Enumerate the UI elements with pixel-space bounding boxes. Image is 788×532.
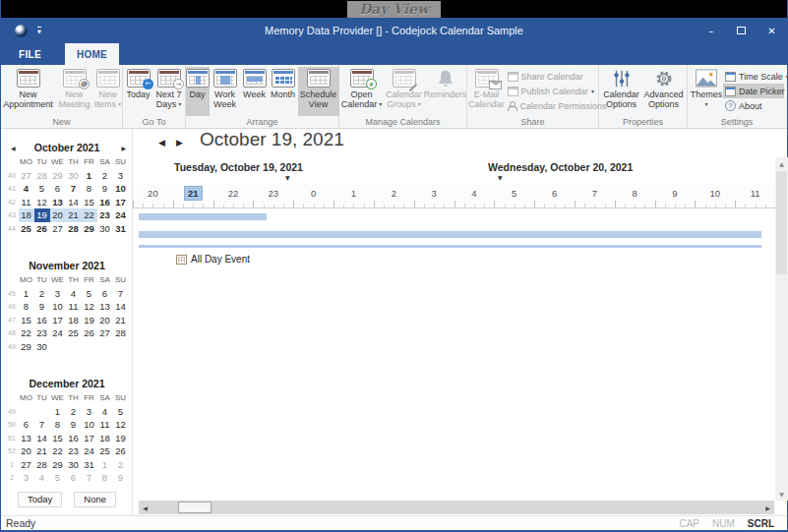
day-cell[interactable]: 28 [34,169,50,183]
day-cell[interactable]: 16 [34,314,50,327]
day-cell[interactable]: 29 [50,169,66,183]
day-cell[interactable]: 16 [66,432,82,445]
day-cell[interactable]: 8 [50,418,66,432]
day-cell[interactable]: 13 [97,300,113,314]
reminders-button[interactable]: Reminders [425,67,466,116]
day-cell[interactable]: 18 [97,432,113,445]
day-cell[interactable]: 13 [19,432,34,445]
day-cell[interactable]: 30 [34,340,50,354]
scroll-down-icon[interactable]: ▼ [775,488,788,501]
day-cell[interactable]: 27 [50,222,66,236]
today-button[interactable]: ← Today [124,67,153,116]
hour-cell[interactable]: 11 [735,183,775,207]
next-7-days-button[interactable]: → Next 7 Days▾ [153,67,185,116]
day-cell[interactable]: 4 [66,287,82,301]
hour-cell[interactable]: 0 [293,183,333,207]
hour-cell[interactable]: 4 [455,183,495,207]
hour-cell[interactable]: 2 [374,183,414,207]
day-cell[interactable]: 2 [66,405,82,419]
day-cell[interactable]: 18 [19,208,34,222]
day-cell[interactable]: 8 [97,471,113,485]
prev-month-icon[interactable]: ◀ [11,145,16,152]
day-cell[interactable]: 18 [66,314,82,327]
day-cell[interactable]: 6 [19,418,34,432]
day-cell[interactable]: 8 [82,182,97,196]
day-cell[interactable]: 11 [19,196,34,209]
scroll-up-icon[interactable]: ▲ [775,157,788,170]
day-cell[interactable]: 1 [82,169,97,183]
day-cell[interactable]: 3 [50,287,66,301]
share-calendar-button[interactable]: Share Calendar [506,69,598,84]
day-cell[interactable]: 30 [66,458,82,472]
maximize-button[interactable] [726,18,757,43]
day-cell[interactable]: 9 [97,182,113,196]
day-cell[interactable]: 27 [19,169,34,183]
day-cell[interactable]: 6 [97,287,113,301]
date-picker-button[interactable]: Date Picker [723,84,784,98]
scroll-left-icon[interactable]: ◀ [139,501,152,514]
advanced-options-button[interactable]: Advanced Options [642,67,686,116]
day-cell[interactable]: 4 [97,405,113,419]
open-calendar-button[interactable]: + Open Calendar▾ [340,67,384,116]
hour-cell[interactable]: 1 [333,183,374,207]
vertical-scrollbar[interactable]: ▲ ▼ [775,157,788,501]
hour-cell[interactable]: 8 [615,183,655,207]
day-cell[interactable]: 1 [97,458,113,472]
day-cell[interactable]: 12 [113,418,129,432]
day-cell[interactable]: 20 [19,444,34,458]
horizontal-scrollbar[interactable]: ◀ ▶ [139,501,774,514]
calendar-permissions-button[interactable]: Calendar Permissions [506,98,598,113]
schedule-bar-full[interactable] [139,231,761,238]
day-cell[interactable]: 26 [82,326,97,340]
day-cell[interactable]: 2 [34,287,50,301]
hour-cell[interactable]: 6 [534,183,575,207]
day-cell[interactable]: 5 [113,405,129,419]
next-day-icon[interactable]: ▶ [176,138,183,148]
scroll-right-icon[interactable]: ▶ [761,501,774,514]
none-button[interactable]: None [74,492,116,507]
day-cell[interactable]: 11 [97,418,113,432]
day-cell[interactable]: 24 [50,326,66,340]
day-cell[interactable]: 7 [34,418,50,432]
work-week-view-button[interactable]: Work Week [210,67,241,116]
day-cell[interactable]: 25 [97,444,113,458]
day-cell[interactable]: 9 [66,418,82,432]
day-cell[interactable]: 30 [66,169,82,183]
hour-cell[interactable]: 21 [173,183,213,207]
day-cell[interactable]: 6 [50,182,66,196]
hour-cell[interactable]: 23 [253,183,293,207]
day-cell[interactable]: 4 [34,471,50,485]
day-cell[interactable]: 1 [50,405,66,419]
all-day-event-row[interactable]: All Day Event [133,251,775,267]
day-cell[interactable]: 21 [113,314,129,327]
themes-button[interactable]: Themes ▾ [690,67,723,116]
vertical-scroll-thumb[interactable] [776,171,787,274]
schedule-view-button[interactable]: Schedule View [298,67,339,116]
day-cell[interactable]: 15 [50,432,66,445]
day-view-button[interactable]: Day [186,67,210,116]
new-items-button[interactable]: New Items▾ [93,67,123,116]
day-cell[interactable]: 10 [82,418,97,432]
day-cell[interactable]: 17 [113,196,129,209]
publish-calendar-button[interactable]: Publish Calendar ▾ [506,84,598,98]
day-cell[interactable]: 24 [113,208,129,222]
day-cell[interactable]: 17 [50,314,66,327]
day-cell[interactable]: 3 [113,169,129,183]
day-cell[interactable]: 10 [50,300,66,314]
day-cell[interactable]: 12 [82,300,97,314]
day-dropdown-icon[interactable]: ▼ [498,174,503,181]
hour-cell[interactable]: 7 [575,183,615,207]
day-cell[interactable]: 5 [50,471,66,485]
day-cell[interactable]: 22 [19,326,34,340]
hour-cell[interactable]: 3 [414,183,455,207]
day-cell[interactable]: 14 [34,432,50,445]
close-button[interactable]: ✕ [757,18,787,43]
quick-access-dropdown-icon[interactable]: ▼ [37,27,41,35]
day-cell[interactable]: 20 [97,314,113,327]
day-cell[interactable]: 15 [19,314,34,327]
time-scale-button[interactable]: Time Scale ▾ [723,69,784,84]
day-header-wednesday[interactable]: Wednesday, October 20, 2021 [488,161,633,173]
day-cell[interactable]: 31 [82,458,97,472]
day-cell[interactable]: 25 [19,222,34,236]
tab-file[interactable]: FILE [7,43,53,65]
